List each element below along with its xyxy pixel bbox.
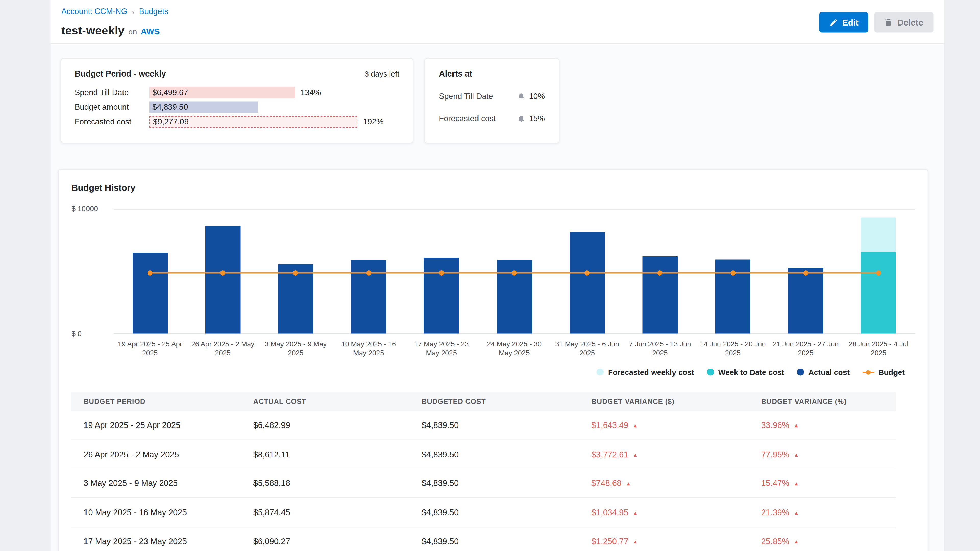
trend-up-icon: ▲ — [633, 510, 638, 516]
trend-up-icon: ▲ — [633, 423, 638, 429]
budget-period-cell: 26 Apr 2025 - 2 May 2025 — [72, 449, 241, 459]
breadcrumb-budgets-link[interactable]: Budgets — [139, 7, 169, 16]
x-axis-label: 17 May 2025 - 23 May 2025 — [405, 339, 478, 357]
spend-till-date-bar: $6,499.67 — [149, 87, 295, 98]
edit-button[interactable]: Edit — [819, 12, 869, 33]
alerts-card: Alerts at Spend Till Date10%Forecasted c… — [425, 58, 560, 144]
budget-line-point[interactable] — [876, 270, 881, 275]
trend-up-icon: ▲ — [794, 423, 799, 429]
budget-line-point[interactable] — [512, 270, 517, 275]
bar-stack — [205, 226, 240, 333]
budget-line-point[interactable] — [657, 270, 662, 275]
table-row: 17 May 2025 - 23 May 2025$6,090.27$4,839… — [72, 527, 896, 551]
bar-stack — [570, 232, 605, 333]
bar-stack — [132, 252, 168, 333]
days-left-label: 3 days left — [364, 69, 399, 78]
x-axis-label: 7 Jun 2025 - 13 Jun 2025 — [624, 339, 696, 357]
delete-button[interactable]: Delete — [874, 12, 933, 33]
actual-cost-cell: $5,874.45 — [241, 508, 410, 517]
budget-period-rows: Spend Till Date$6,499.67134%Budget amoun… — [75, 87, 400, 127]
actual-cost-bar[interactable] — [205, 226, 240, 333]
budget-period-cell: 19 Apr 2025 - 25 Apr 2025 — [72, 421, 241, 430]
spend-till-date-label: Spend Till Date — [75, 88, 150, 97]
budget-line-point[interactable] — [730, 270, 735, 275]
budget-line-point[interactable] — [220, 270, 225, 275]
x-axis-label-text: 26 Apr 2025 - 2 May 2025 — [188, 339, 257, 357]
legend-item-forecasted-weekly-cost[interactable]: Forecasted weekly cost — [597, 368, 694, 376]
chart-column — [551, 210, 624, 333]
week-to-date-cost-bar[interactable] — [861, 252, 896, 333]
budget-period-row: Budget amount$4,839.50 — [75, 102, 400, 113]
budget-period-row: Spend Till Date$6,499.67134% — [75, 87, 400, 98]
legend-item-week-to-date-cost[interactable]: Week to Date cost — [707, 368, 784, 376]
actual-cost-bar[interactable] — [424, 257, 459, 333]
chart-legend: Forecasted weekly costWeek to Date costA… — [72, 368, 915, 376]
x-axis-label: 10 May 2025 - 16 May 2025 — [332, 339, 405, 357]
budgeted-cost-cell: $4,839.50 — [410, 449, 579, 459]
breadcrumb-account-link[interactable]: Account: CCM-NG — [61, 7, 127, 16]
forecasted-cost-bar: $9,277.09 — [149, 116, 357, 127]
x-axis-label: 31 May 2025 - 6 Jun 2025 — [551, 339, 624, 357]
legend-label: Week to Date cost — [718, 368, 784, 376]
legend-item-actual-cost[interactable]: Actual cost — [797, 368, 850, 376]
x-axis-label-text: 24 May 2025 - 30 May 2025 — [480, 339, 549, 357]
actual-cost-bar[interactable] — [788, 268, 823, 333]
budget-line-point[interactable] — [293, 270, 298, 275]
budget-line-point[interactable] — [366, 270, 371, 275]
budget-history-chart: $ 10000 $ 0 19 Apr 2025 - 25 Apr 202526 … — [72, 209, 915, 376]
provider-on-label: on — [128, 27, 137, 37]
budgeted-cost-cell: $4,839.50 — [410, 478, 579, 488]
forecasted-cost-alert-threshold: 15% — [529, 114, 545, 123]
forecasted-weekly-cost-legend-marker — [597, 368, 604, 376]
forecasted-weekly-cost-bar[interactable] — [861, 218, 896, 252]
budget-period-title: Budget Period - weekly — [75, 69, 166, 79]
chart-column — [842, 210, 915, 333]
legend-label: Forecasted weekly cost — [608, 368, 694, 376]
edit-button-label: Edit — [842, 17, 859, 27]
budget-period-row: Forecasted cost$9,277.09192% — [75, 116, 400, 127]
forecasted-cost-alert-label: Forecasted cost — [439, 114, 517, 123]
budget-line-point[interactable] — [439, 270, 444, 275]
chart-column — [624, 210, 696, 333]
provider-link[interactable]: AWS — [141, 27, 160, 37]
table-row: 10 May 2025 - 16 May 2025$5,874.45$4,839… — [72, 498, 896, 527]
variance-pct-cell: 25.85%▲ — [749, 537, 896, 546]
bell-icon — [517, 92, 525, 100]
trend-up-icon: ▲ — [633, 452, 638, 458]
variance-pct-cell: 77.95%▲ — [749, 449, 896, 459]
budget-line-point[interactable] — [803, 270, 808, 275]
page-title: test-weekly — [61, 24, 124, 38]
legend-item-budget[interactable]: Budget — [862, 368, 905, 376]
actual-cost-bar[interactable] — [642, 257, 678, 333]
table-body: 19 Apr 2025 - 25 Apr 2025$6,482.99$4,839… — [72, 411, 896, 551]
page-header: Account: CCM-NG › Budgets test-weekly on… — [51, 0, 945, 44]
legend-label: Actual cost — [808, 368, 850, 376]
x-axis-label: 3 May 2025 - 9 May 2025 — [259, 339, 332, 357]
x-axis-label: 24 May 2025 - 30 May 2025 — [478, 339, 550, 357]
budget-line-point[interactable] — [148, 270, 153, 275]
bar-stack — [788, 268, 823, 333]
trend-up-icon: ▲ — [794, 481, 799, 487]
actual-cost-bar[interactable] — [570, 232, 605, 333]
trend-up-icon: ▲ — [633, 539, 638, 545]
chart-column — [259, 210, 332, 333]
x-axis-label: 26 Apr 2025 - 2 May 2025 — [186, 339, 259, 357]
chart-column — [405, 210, 478, 333]
variance-usd-cell: $748.68▲ — [579, 478, 749, 488]
alerts-title: Alerts at — [439, 69, 545, 79]
table-row: 26 Apr 2025 - 2 May 2025$8,612.11$4,839.… — [72, 440, 896, 469]
actual-cost-legend-marker — [797, 368, 804, 376]
x-axis-label: 21 Jun 2025 - 27 Jun 2025 — [769, 339, 842, 357]
budget-line-point[interactable] — [585, 270, 590, 275]
budgeted-cost-cell: $4,839.50 — [410, 421, 579, 430]
actual-cost-bar[interactable] — [132, 252, 168, 333]
column-header-actual-cost: ACTUAL COST — [241, 397, 410, 405]
week-to-date-cost-legend-marker — [707, 368, 714, 376]
spend-till-date-value: $6,499.67 — [153, 88, 188, 97]
x-axis-label-text: 10 May 2025 - 16 May 2025 — [334, 339, 403, 357]
column-header-budget-variance: BUDGET VARIANCE (%) — [749, 397, 896, 405]
budget-period-card-head: Budget Period - weekly 3 days left — [75, 69, 400, 79]
variance-usd-cell: $1,034.95▲ — [579, 508, 749, 517]
chart-column — [114, 210, 186, 333]
forecasted-cost-label: Forecasted cost — [75, 118, 150, 126]
